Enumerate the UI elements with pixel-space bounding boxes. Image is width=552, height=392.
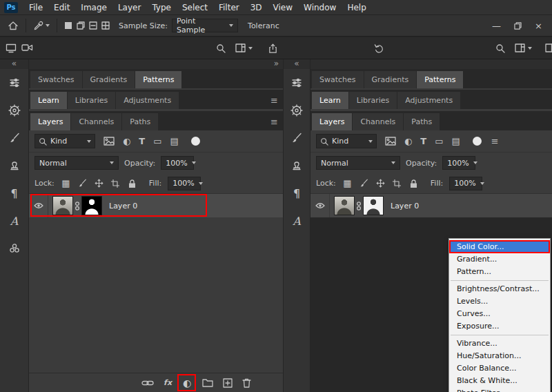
filter-smart-object-icon[interactable]: ▤ [170, 137, 179, 146]
tab-adjustments[interactable]: Adjustments [397, 92, 460, 109]
panel-menu-icon[interactable]: ≡ [270, 96, 278, 105]
workspace-switcher-icon[interactable] [515, 43, 532, 52]
menu-select[interactable]: Select [177, 0, 213, 15]
character-panel-icon[interactable]: A [0, 207, 28, 235]
menu-file[interactable]: File [23, 0, 48, 15]
filter-pixel-layers-icon[interactable] [385, 137, 396, 146]
panel-menu-icon[interactable]: ≡ [491, 137, 499, 146]
lock-all-icon[interactable] [127, 179, 137, 188]
tab-adjustments[interactable]: Adjustments [116, 92, 179, 109]
fill-dropdown[interactable]: 100% [449, 177, 482, 190]
filter-shape-layers-icon[interactable]: ▭ [435, 137, 443, 146]
tab-gradients[interactable]: Gradients [364, 71, 417, 88]
menu-view[interactable]: View [268, 0, 298, 15]
mask-link-icon[interactable] [75, 202, 80, 210]
tab-layers[interactable]: Layers [312, 113, 352, 130]
expand-panels-icon[interactable]: » [274, 59, 279, 68]
menu-item-color-balance[interactable]: Color Balance... [449, 362, 550, 375]
tab-channels[interactable]: Channels [71, 113, 121, 130]
layer-visibility-toggle[interactable] [29, 194, 48, 217]
brush-panel-icon[interactable] [284, 124, 310, 152]
layer-thumbnail[interactable] [52, 196, 73, 215]
clone-source-panel-icon[interactable] [284, 152, 310, 179]
layer-mask-thumbnail[interactable] [363, 196, 384, 215]
menu-item-hue-saturation[interactable]: Hue/Saturation... [449, 350, 550, 362]
close-button[interactable]: × [535, 21, 542, 31]
menu-item-vibrance[interactable]: Vibrance... [449, 337, 550, 350]
lock-position-icon[interactable] [94, 179, 104, 188]
menu-edit[interactable]: Edit [48, 0, 75, 15]
lock-transparency-icon[interactable]: ▦ [61, 179, 71, 188]
paragraph-panel-icon[interactable]: ¶ [0, 179, 28, 207]
screen-mode-icon[interactable] [6, 43, 17, 53]
lock-artboard-icon[interactable] [392, 179, 402, 188]
filter-type-layers-icon[interactable]: T [139, 137, 145, 146]
layer-visibility-toggle[interactable] [310, 194, 330, 217]
tab-paths[interactable]: Paths [404, 113, 440, 130]
blend-mode-dropdown[interactable]: Normal [34, 156, 119, 170]
properties-panel-icon[interactable] [0, 69, 28, 97]
menu-item-levels[interactable]: Levels... [449, 295, 550, 308]
sample-option-grid-icon[interactable] [99, 21, 112, 30]
filter-toggle-switch[interactable] [473, 137, 482, 146]
opacity-dropdown[interactable]: 100% [161, 156, 194, 170]
rotate-reset-icon[interactable] [374, 43, 384, 54]
menu-layer[interactable]: Layer [112, 0, 146, 15]
filter-toggle-switch[interactable] [191, 137, 200, 146]
tab-channels[interactable]: Channels [353, 113, 403, 130]
properties-panel-icon[interactable] [284, 69, 310, 97]
menu-image[interactable]: Image [75, 0, 112, 15]
clone-source-panel-icon[interactable] [0, 152, 28, 179]
wheel-panel-icon[interactable] [284, 97, 310, 124]
tab-swatches[interactable]: Swatches [30, 71, 82, 88]
menu-help[interactable]: Help [342, 0, 371, 15]
lock-paint-icon[interactable] [77, 179, 88, 188]
search-icon[interactable] [216, 43, 226, 53]
layer-name[interactable]: Layer 0 [109, 202, 137, 210]
filter-kind-dropdown[interactable]: Kind [34, 134, 95, 148]
tab-libraries[interactable]: Libraries [349, 92, 397, 109]
sample-option-minus-icon[interactable] [87, 21, 99, 30]
menu-item-solid-color[interactable]: Solid Color... [449, 240, 550, 253]
share-icon[interactable] [268, 43, 278, 54]
collapse-panels-icon[interactable]: « [0, 59, 28, 69]
eyedropper-tool-icon[interactable] [31, 21, 52, 31]
delete-layer-button[interactable] [242, 378, 251, 388]
menu-item-photo-filter[interactable]: Photo Filter... [449, 387, 550, 392]
tab-patterns[interactable]: Patterns [135, 71, 181, 88]
new-layer-button[interactable] [223, 378, 233, 388]
paragraph-panel-icon[interactable]: ¶ [284, 179, 310, 207]
character-panel-icon[interactable]: A [284, 207, 310, 235]
link-layers-icon[interactable] [141, 380, 154, 386]
filter-adjustment-layers-icon[interactable]: ◐ [123, 137, 130, 146]
menu-item-curves[interactable]: Curves... [449, 308, 550, 320]
sample-size-dropdown[interactable]: Point Sample [172, 19, 238, 32]
menu-item-exposure[interactable]: Exposure... [449, 320, 550, 333]
lock-all-icon[interactable] [408, 179, 419, 188]
filter-adjustment-layers-icon[interactable]: ◐ [404, 137, 412, 146]
blend-mode-dropdown[interactable]: Normal [316, 156, 400, 170]
layer-name[interactable]: Layer 0 [391, 202, 419, 210]
camera-icon[interactable] [21, 43, 33, 52]
lock-position-icon[interactable] [375, 179, 386, 188]
home-icon[interactable] [6, 21, 21, 30]
restore-button[interactable] [514, 22, 522, 30]
sample-option-filled-icon[interactable] [62, 21, 75, 30]
lock-transparency-icon[interactable]: ▦ [342, 179, 353, 188]
menu-item-pattern[interactable]: Pattern... [449, 266, 550, 278]
wheel-panel-icon[interactable] [0, 97, 28, 124]
fill-dropdown[interactable]: 100% [168, 177, 201, 190]
filter-type-layers-icon[interactable]: T [420, 137, 426, 146]
tab-gradients[interactable]: Gradients [83, 71, 135, 88]
tab-swatches[interactable]: Swatches [312, 71, 364, 88]
collapse-panels-icon[interactable]: « [284, 59, 310, 69]
tab-paths[interactable]: Paths [122, 113, 158, 130]
workspace-switcher-icon[interactable] [235, 43, 253, 52]
menu-3d[interactable]: 3D [245, 0, 268, 15]
menu-filter[interactable]: Filter [213, 0, 245, 15]
menu-type[interactable]: Type [146, 0, 177, 15]
layer-row[interactable]: Layer 0 [29, 194, 283, 217]
sample-option-copy-icon[interactable] [75, 21, 87, 30]
search-icon[interactable] [495, 43, 505, 53]
mask-link-icon[interactable] [356, 202, 362, 210]
